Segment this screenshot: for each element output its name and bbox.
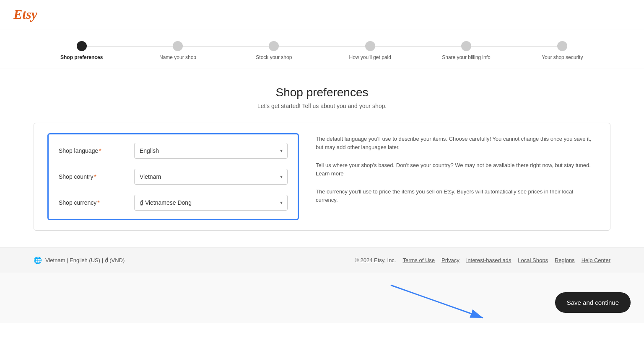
arrow-annotation <box>387 281 496 323</box>
step-label-stock-your-shop: Stock your shop <box>256 54 292 60</box>
language-label: Shop language* <box>59 147 134 154</box>
language-field: Shop language* English French German Spa… <box>59 143 288 159</box>
currency-select[interactable]: ₫ Vietnamese Dong $ US Dollar € Euro £ B… <box>134 195 288 211</box>
country-info: Tell us where your shop's based. Don't s… <box>316 161 597 178</box>
progress-step-stock-your-shop: Stock your shop <box>226 41 322 60</box>
footer-link-local-shops[interactable]: Local Shops <box>518 257 548 263</box>
step-label-billing: Share your billing info <box>442 54 490 60</box>
country-label: Shop country* <box>59 173 134 180</box>
step-label-security: Your shop security <box>542 54 583 60</box>
main-content: Shop preferences Let's get started! Tell… <box>0 69 644 247</box>
country-select-wrapper: Vietnam United States United Kingdom Aus… <box>134 169 288 185</box>
step-dot-billing <box>461 41 471 51</box>
page-subtitle: Let's get started! Tell us about you and… <box>34 103 610 109</box>
step-dot-stock-your-shop <box>269 41 279 51</box>
bottom-area: Save and continue <box>0 273 644 323</box>
footer: 🌐 Vietnam | English (US) | ₫ (VND) © 202… <box>0 247 644 273</box>
progress-step-shop-preferences: Shop preferences <box>34 41 130 60</box>
step-dot-security <box>557 41 567 51</box>
progress-step-name-your-shop: Name your shop <box>130 41 226 60</box>
language-select-wrapper: English French German Spanish Japanese ▾ <box>134 143 288 159</box>
language-select[interactable]: English French German Spanish Japanese <box>134 143 288 159</box>
step-label-name-your-shop: Name your shop <box>159 54 196 60</box>
step-label-how-paid: How you'll get paid <box>349 54 391 60</box>
country-select[interactable]: Vietnam United States United Kingdom Aus… <box>134 169 288 185</box>
footer-link-terms-of-use[interactable]: Terms of Use <box>402 257 435 263</box>
step-dot-name-your-shop <box>173 41 183 51</box>
form-highlighted: Shop language* English French German Spa… <box>47 133 299 220</box>
globe-icon: 🌐 <box>34 256 42 264</box>
currency-field: Shop currency* ₫ Vietnamese Dong $ US Do… <box>59 195 288 211</box>
page-title: Shop preferences <box>34 86 610 99</box>
svg-line-1 <box>391 285 483 318</box>
footer-links: © 2024 Etsy, Inc. Terms of UsePrivacyInt… <box>355 257 610 263</box>
footer-link-privacy[interactable]: Privacy <box>441 257 460 263</box>
save-continue-button[interactable]: Save and continue <box>555 292 631 313</box>
learn-more-link[interactable]: Learn more <box>316 170 343 177</box>
progress-step-how-paid: How you'll get paid <box>322 41 418 60</box>
step-label-shop-preferences: Shop preferences <box>60 54 103 60</box>
currency-info: The currency you'll use to price the ite… <box>316 188 597 204</box>
country-field: Shop country* Vietnam United States Unit… <box>59 169 288 185</box>
header: Etsy <box>0 0 644 29</box>
language-info: The default language you'll use to descr… <box>316 135 597 151</box>
form-wrapper: Shop language* English French German Spa… <box>34 123 610 231</box>
currency-label: Shop currency* <box>59 199 134 206</box>
step-dot-shop-preferences <box>77 41 87 51</box>
footer-link-regions[interactable]: Regions <box>555 257 575 263</box>
footer-locale: 🌐 Vietnam | English (US) | ₫ (VND) <box>34 256 125 264</box>
etsy-logo: Etsy <box>13 7 37 22</box>
form-section: Shop language* English French German Spa… <box>47 133 299 220</box>
currency-select-wrapper: ₫ Vietnamese Dong $ US Dollar € Euro £ B… <box>134 195 288 211</box>
progress-step-billing: Share your billing info <box>418 41 514 60</box>
progress-bar: Shop preferencesName your shopStock your… <box>0 29 644 69</box>
footer-link-interest-based-ads[interactable]: Interest-based ads <box>466 257 512 263</box>
progress-step-security: Your shop security <box>514 41 610 60</box>
footer-link-help-center[interactable]: Help Center <box>582 257 610 263</box>
step-dot-how-paid <box>365 41 375 51</box>
info-section: The default language you'll use to descr… <box>316 133 597 220</box>
save-button-wrapper: Save and continue <box>555 292 631 313</box>
